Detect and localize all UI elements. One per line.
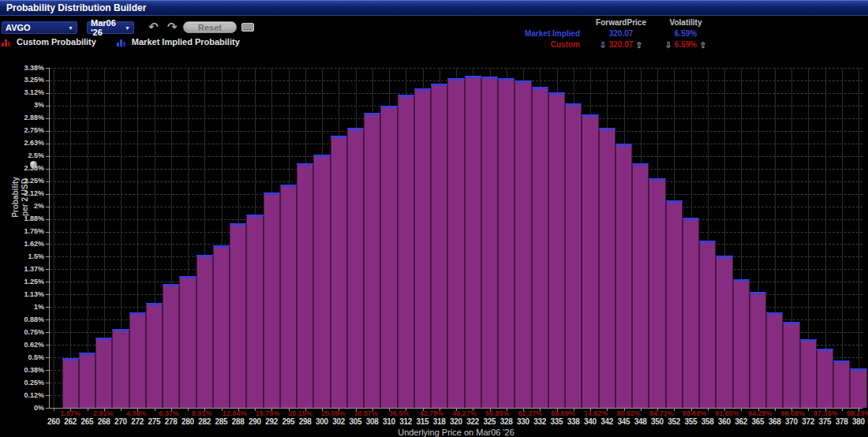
probability-bar[interactable]: [833, 360, 850, 408]
probability-bar[interactable]: [79, 353, 95, 408]
y-tick-mark: [46, 408, 49, 409]
y-tick-mark: [46, 269, 49, 270]
probability-bar[interactable]: [666, 200, 683, 408]
cumulative-probability-label: 2.91%: [85, 409, 122, 417]
probability-bar[interactable]: [62, 358, 79, 408]
cumulative-probability-label: 36.5%: [380, 409, 417, 417]
probability-bar[interactable]: [313, 155, 330, 408]
probability-bar[interactable]: [716, 256, 732, 408]
y-tick-mark: [46, 332, 49, 333]
probability-bar[interactable]: [599, 128, 615, 408]
probability-bar[interactable]: [447, 78, 464, 408]
probability-bar[interactable]: [364, 113, 380, 408]
probability-bar[interactable]: [733, 279, 750, 408]
cumulative-probability-label: 97.35%: [807, 409, 844, 417]
forward-price-increase-button[interactable]: ⇧: [635, 41, 642, 49]
cumulative-probability-label: 12.04%: [216, 409, 253, 417]
y-tick-mark: [46, 144, 49, 144]
forward-price-decrease-button[interactable]: ⇩: [599, 41, 606, 49]
probability-bar[interactable]: [481, 77, 498, 408]
cumulative-probability-label: 88.68%: [676, 409, 713, 417]
probability-bar[interactable]: [297, 163, 313, 408]
y-tick-mark: [46, 256, 49, 257]
probability-bar[interactable]: [196, 255, 213, 408]
redo-icon[interactable]: ↷: [167, 21, 178, 32]
y-tick-label: 1.5%: [0, 252, 44, 261]
expiry-dropdown[interactable]: Mar06 '26 ▼: [87, 21, 134, 34]
volatility-header: Volatility: [657, 18, 714, 27]
probability-bar[interactable]: [800, 339, 817, 408]
probability-bar[interactable]: [649, 178, 665, 408]
probability-bar[interactable]: [514, 80, 531, 408]
cumulative-probability-label: 1.87%: [52, 409, 88, 417]
custom-forward-value[interactable]: 320.07: [609, 40, 634, 49]
probability-bar[interactable]: [380, 106, 397, 408]
probability-bar[interactable]: [783, 322, 799, 408]
symbol-dropdown[interactable]: AVGO ▼: [2, 21, 77, 34]
probability-bar[interactable]: [465, 76, 481, 408]
probability-bar[interactable]: [179, 276, 196, 408]
x-axis-title: Underlying Price on Mar06 '26: [50, 428, 862, 437]
probability-bar[interactable]: [112, 329, 129, 408]
probability-bar[interactable]: [280, 185, 297, 409]
probability-bar[interactable]: [498, 78, 514, 408]
probability-bar[interactable]: [532, 87, 548, 408]
probability-bar[interactable]: [230, 223, 246, 408]
forward-price-header: ForwardPrice: [585, 18, 657, 27]
probability-bar[interactable]: [414, 88, 431, 408]
y-tick-label: 0.38%: [0, 366, 44, 375]
reset-button[interactable]: Reset: [183, 21, 237, 33]
probability-bar[interactable]: [331, 136, 347, 408]
legend-custom-label: Custom Probability: [17, 37, 96, 47]
volatility-increase-button[interactable]: ⇧: [699, 41, 706, 49]
probability-bar[interactable]: [615, 144, 632, 408]
grid-line-v: [859, 68, 859, 408]
probability-bar[interactable]: [632, 163, 649, 408]
volatility-decrease-button[interactable]: ⇩: [665, 41, 672, 49]
probability-bar[interactable]: [683, 218, 699, 408]
y-tick-label: 1.62%: [0, 240, 44, 248]
probability-bar[interactable]: [129, 312, 146, 408]
cumulative-probability-label: 30.57%: [348, 409, 384, 417]
y-tick-label: 1.75%: [0, 227, 44, 236]
probability-bar[interactable]: [347, 128, 364, 408]
y-tick-label: 0.88%: [0, 316, 44, 324]
probability-bar[interactable]: [213, 245, 230, 408]
chevron-down-icon: ▼: [120, 25, 130, 31]
probability-bar[interactable]: [766, 312, 783, 408]
message-icon[interactable]: [241, 23, 254, 32]
y-tick-mark: [46, 118, 49, 119]
y-tick-mark: [46, 345, 49, 345]
probability-bar[interactable]: [750, 292, 766, 408]
y-tick-label: 2.25%: [0, 177, 44, 185]
y-tick-mark: [46, 383, 49, 383]
y-tick-mark: [46, 80, 49, 81]
probability-bar[interactable]: [699, 241, 716, 408]
probability-bar[interactable]: [582, 114, 598, 408]
probability-bar[interactable]: [548, 92, 565, 408]
probability-bar[interactable]: [146, 303, 163, 408]
probability-bar[interactable]: [264, 192, 280, 408]
y-tick-label: 2.63%: [0, 139, 44, 148]
y-tick-label: 2%: [0, 202, 44, 211]
y-tick-label: 2.5%: [0, 151, 44, 160]
y-tick-label: 0.62%: [0, 341, 44, 349]
y-tick-mark: [46, 169, 49, 170]
probability-bar[interactable]: [246, 215, 263, 408]
probability-bar[interactable]: [850, 368, 866, 408]
y-tick-mark: [46, 93, 49, 94]
y-tick-label: 3.12%: [0, 88, 44, 97]
window-title: Probability Distribution Builder: [6, 2, 146, 13]
custom-vol-value[interactable]: 6.59%: [675, 40, 697, 49]
grid-line-v: [842, 68, 843, 408]
undo-icon[interactable]: ↶: [148, 21, 159, 32]
probability-bar[interactable]: [431, 84, 447, 408]
symbol-value: AVGO: [6, 23, 31, 32]
chevron-down-icon: ▼: [63, 25, 73, 31]
probability-bar[interactable]: [163, 284, 179, 408]
probability-bar[interactable]: [565, 103, 582, 408]
probability-bar[interactable]: [95, 338, 112, 408]
y-tick-mark: [46, 131, 49, 132]
probability-bar[interactable]: [398, 95, 414, 408]
probability-bar[interactable]: [817, 349, 833, 408]
